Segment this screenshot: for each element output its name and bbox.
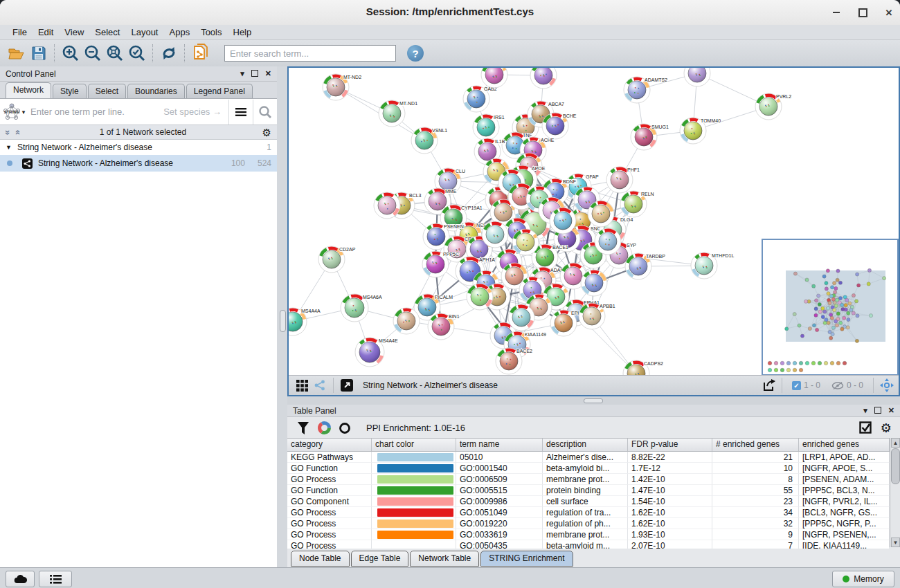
- column-header-term-name[interactable]: term name: [456, 439, 543, 451]
- cloud-button[interactable]: [6, 571, 35, 587]
- network-node-ms4a6a[interactable]: MS4A6A: [341, 294, 382, 322]
- network-from-selection-button[interactable]: [190, 43, 212, 64]
- zoom-selected-button[interactable]: [126, 43, 148, 64]
- column-header-FDR-p-value[interactable]: FDR p-value: [628, 439, 712, 451]
- network-node-apbb1[interactable]: APBB1: [579, 303, 615, 329]
- set-species-hint[interactable]: Set species →: [163, 107, 228, 117]
- network-row-selected[interactable]: String Network - Alzheimer's disease 100…: [0, 155, 277, 172]
- tab-boundaries[interactable]: Boundaries: [127, 84, 185, 98]
- query-options-icon[interactable]: [228, 100, 253, 125]
- panel-divider[interactable]: [277, 66, 288, 567]
- column-header---enriched-genes[interactable]: # enriched genes: [712, 439, 799, 451]
- tab-style[interactable]: Style: [53, 84, 87, 98]
- open-session-button[interactable]: [6, 43, 28, 64]
- zoom-fit-button[interactable]: [104, 43, 126, 64]
- network-node-bin1[interactable]: BIN1: [428, 313, 460, 340]
- column-header-category[interactable]: category: [287, 439, 372, 451]
- chart-color-icon[interactable]: [314, 420, 334, 437]
- network-node[interactable]: [481, 68, 507, 88]
- string-query-input[interactable]: [28, 106, 163, 118]
- tab-legend-panel[interactable]: Legend Panel: [186, 84, 253, 98]
- network-node-phf1[interactable]: PHF1: [606, 167, 640, 193]
- string-protein-query-icon[interactable]: STRING ▾: [0, 103, 28, 121]
- table-row[interactable]: KEGG Pathways05010Alzheimer's dise...8.8…: [287, 452, 890, 463]
- tab-node-table[interactable]: Node Table: [291, 551, 350, 567]
- column-header-enriched-genes[interactable]: enriched genes: [799, 439, 890, 451]
- scroll-up-icon[interactable]: ▲: [891, 438, 900, 448]
- network-node-tomm40[interactable]: TOMM40: [680, 118, 721, 144]
- export-network-icon[interactable]: [759, 378, 777, 393]
- network-node[interactable]: [530, 68, 557, 89]
- network-node-ms4a4e[interactable]: MS4A4E: [355, 338, 398, 367]
- network-options-gear-icon[interactable]: ⚙: [262, 127, 271, 138]
- table-row[interactable]: GO ProcessGO:0033619membrane prot...1.93…: [287, 529, 890, 540]
- save-session-button[interactable]: [28, 43, 50, 64]
- scroll-thumb[interactable]: [891, 448, 900, 484]
- share-network-icon[interactable]: [311, 378, 329, 393]
- network-node-gab2[interactable]: GAB2: [463, 86, 497, 112]
- tab-network-table[interactable]: Network Table: [410, 551, 479, 567]
- tab-string-enrichment[interactable]: STRING Enrichment: [480, 551, 573, 567]
- network-node[interactable]: [550, 208, 576, 234]
- close-panel-icon[interactable]: ✕: [265, 69, 271, 78]
- network-node[interactable]: [482, 221, 508, 248]
- column-header-chart-color[interactable]: chart color: [372, 439, 456, 451]
- column-header-description[interactable]: description: [543, 439, 628, 451]
- refresh-button[interactable]: [158, 43, 180, 64]
- menu-file[interactable]: File: [7, 27, 33, 37]
- open-in-window-icon[interactable]: [338, 378, 356, 393]
- table-panel-float-icon[interactable]: [874, 407, 881, 415]
- tab-network[interactable]: Network: [6, 82, 51, 98]
- network-node[interactable]: [595, 228, 621, 255]
- zoom-out-button[interactable]: [82, 43, 104, 64]
- table-panel-close-icon[interactable]: ✕: [888, 406, 894, 415]
- network-node[interactable]: [393, 308, 420, 334]
- table-row[interactable]: GO FunctionGO:0001540beta-amyloid bi...1…: [287, 463, 890, 474]
- filter-icon[interactable]: [293, 420, 314, 437]
- float-panel-icon[interactable]: [251, 70, 258, 78]
- table-row[interactable]: GO ComponentGO:0009986cell surface1.54E-…: [287, 496, 890, 507]
- minimize-button[interactable]: [831, 7, 842, 18]
- network-node-vsnl1[interactable]: VSNL1: [411, 127, 447, 154]
- table-row[interactable]: GO ProcessGO:0019220regulation of ph...1…: [287, 518, 890, 529]
- network-node-mt-nd1[interactable]: MT-ND1: [379, 100, 417, 127]
- network-node[interactable]: [508, 304, 534, 331]
- network-node-ppp5c[interactable]: PPP5C: [422, 251, 459, 277]
- ring-icon[interactable]: [334, 420, 355, 437]
- network-canvas[interactable]: MT-ND2MT-ND1VSNL1GAB2ADAMTS2PVRL2TOMM40S…: [289, 68, 899, 376]
- help-icon[interactable]: ?: [407, 45, 424, 62]
- splitter-grip[interactable]: [584, 398, 603, 403]
- maximize-button[interactable]: [857, 7, 868, 18]
- menu-edit[interactable]: Edit: [33, 27, 59, 37]
- query-search-icon[interactable]: [253, 100, 277, 125]
- tab-edge-table[interactable]: Edge Table: [351, 551, 409, 567]
- network-node-adamts2[interactable]: ADAMTS2: [624, 77, 667, 103]
- memory-button[interactable]: Memory: [832, 571, 894, 587]
- network-node-cadps2[interactable]: CADPS2: [623, 360, 663, 376]
- select-terms-icon[interactable]: [856, 420, 876, 437]
- table-row[interactable]: GO ProcessGO:0006509membrane prot...1.42…: [287, 474, 890, 485]
- menu-view[interactable]: View: [59, 27, 89, 37]
- birds-eye-navigator[interactable]: [762, 239, 899, 376]
- menu-help[interactable]: Help: [228, 27, 258, 37]
- network-node[interactable]: [588, 201, 614, 227]
- menu-apps[interactable]: Apps: [164, 27, 196, 37]
- tab-select[interactable]: Select: [88, 84, 126, 98]
- network-collection-row[interactable]: ▼ String Network - Alzheimer's disease 1: [0, 140, 277, 155]
- table-row[interactable]: GO ProcessGO:0050435beta-amyloid m...2.0…: [287, 540, 890, 549]
- menu-select[interactable]: Select: [89, 27, 125, 37]
- enrichment-settings-gear-icon[interactable]: ⚙: [881, 422, 892, 434]
- network-node-pvrl2[interactable]: PVRL2: [755, 93, 791, 120]
- network-node-reln[interactable]: RELN: [620, 191, 654, 217]
- network-node-ms4a4a[interactable]: MS4A4A: [289, 308, 321, 336]
- grid-view-icon[interactable]: [293, 378, 311, 393]
- table-scrollbar[interactable]: ▲ ▼: [890, 438, 900, 547]
- network-node[interactable]: [374, 192, 400, 219]
- search-input[interactable]: [224, 45, 396, 62]
- menu-tools[interactable]: Tools: [195, 27, 227, 37]
- table-row[interactable]: GO FunctionGO:0005515protein binding1.47…: [287, 485, 890, 496]
- network-node-bace2[interactable]: BACE2: [496, 348, 532, 374]
- network-node[interactable]: [581, 270, 607, 296]
- network-node[interactable]: [684, 68, 710, 86]
- scroll-down-icon[interactable]: ▼: [891, 538, 900, 547]
